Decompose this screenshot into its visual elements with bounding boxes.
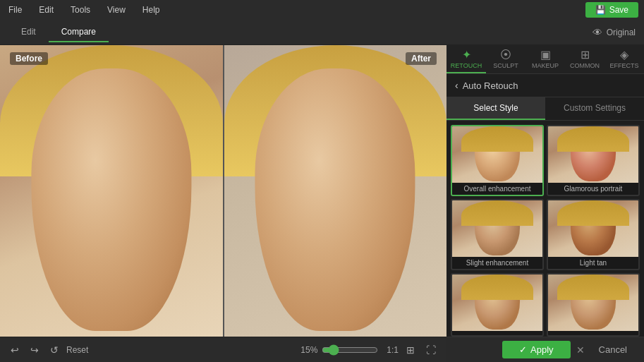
common-label: COMMON: [570, 62, 600, 69]
back-header[interactable]: ‹ Auto Retouch: [446, 74, 644, 97]
thumb-portrait-glamour: [548, 126, 638, 183]
original-label: Original: [607, 28, 636, 37]
tool-tabs: ✦ RETOUCH ⦿ SCULPT ▣ MAKEUP ⊞ COMMON ◈: [446, 45, 644, 74]
eye-icon: 👁: [593, 27, 602, 38]
menu-file[interactable]: File: [6, 2, 25, 18]
menu-bar: File Edit Tools View Help 💾 Save: [0, 0, 644, 20]
tab-makeup[interactable]: ▣ MAKEUP: [525, 45, 565, 73]
thumb-portrait-overall: [452, 126, 542, 183]
after-image: [224, 45, 447, 337]
sub-tab-custom-settings[interactable]: Custom Settings: [545, 97, 644, 120]
tab-common[interactable]: ⊞ COMMON: [565, 45, 604, 73]
tab-effects[interactable]: ◈ EFFECTS: [604, 45, 644, 73]
thumb-portrait-6: [548, 274, 638, 331]
style-label-overall: Overall enhancement: [452, 183, 542, 195]
sculpt-label: SCULPT: [493, 62, 518, 69]
check-icon: ✓: [519, 344, 527, 355]
style-thumb-6: [548, 274, 638, 331]
after-label: After: [406, 52, 437, 65]
style-label-slight: Slight enhancement: [452, 257, 542, 269]
save-icon: 💾: [595, 5, 606, 15]
reset-label: Reset: [66, 345, 88, 355]
thumb-portrait-tan: [548, 200, 638, 257]
effects-icon: ◈: [620, 49, 628, 61]
style-thumb-tan: [548, 200, 638, 257]
reset-button[interactable]: ↺: [47, 342, 62, 358]
apply-label: Apply: [530, 344, 554, 355]
cancel-button[interactable]: Cancel: [590, 341, 636, 358]
style-item-glamour[interactable]: Glamorous portrait: [547, 125, 640, 196]
retouch-icon: ✦: [462, 49, 471, 61]
apply-button[interactable]: ✓ Apply: [502, 341, 571, 358]
content-row: Before After ↩ ↪: [0, 45, 644, 362]
bottom-bar: ↩ ↪ ↺ Reset 15% 1:1 ⊞ ⛶: [0, 337, 446, 362]
style-label-glamour: Glamorous portrait: [548, 183, 638, 195]
before-image: [0, 45, 223, 337]
style-thumb-5: [452, 274, 542, 331]
thumb-portrait-5: [452, 274, 542, 331]
save-label: Save: [609, 5, 628, 15]
zoom-slider[interactable]: [322, 344, 378, 356]
back-label: Auto Retouch: [463, 80, 518, 91]
common-icon: ⊞: [581, 49, 590, 61]
menu-items: File Edit Tools View Help: [6, 2, 163, 18]
sub-tab-select-style[interactable]: Select Style: [446, 97, 545, 120]
menu-help[interactable]: Help: [140, 2, 163, 18]
style-label-tan: Light tan: [548, 257, 638, 269]
before-label: Before: [10, 52, 48, 65]
zoom-value: 15%: [300, 345, 317, 355]
menu-tools[interactable]: Tools: [68, 2, 93, 18]
x-button[interactable]: ✕: [576, 344, 585, 356]
style-grid: Overall enhancement Glamorous portrait: [446, 121, 644, 337]
save-button[interactable]: 💾 Save: [585, 2, 638, 18]
sculpt-icon: ⦿: [500, 49, 511, 61]
retouch-label: RETOUCH: [451, 62, 482, 69]
style-label-6: [548, 331, 638, 335]
redo-button[interactable]: ↪: [27, 342, 42, 358]
thumb-portrait-slight: [452, 200, 542, 257]
makeup-icon: ▣: [540, 49, 551, 61]
tab-sculpt[interactable]: ⦿ SCULPT: [486, 45, 525, 73]
after-panel: After: [223, 45, 447, 337]
panel-content: ‹ Auto Retouch Select Style Custom Setti…: [446, 74, 644, 337]
style-item-overall[interactable]: Overall enhancement: [451, 125, 544, 196]
sub-tabs: Select Style Custom Settings: [446, 97, 644, 121]
fit-button[interactable]: ⊞: [403, 342, 418, 358]
fullscreen-button[interactable]: ⛶: [423, 342, 439, 358]
style-thumb-glamour: [548, 126, 638, 183]
canvas-area: Before After: [0, 45, 446, 337]
style-item-5[interactable]: [451, 273, 544, 337]
style-thumb-overall: [452, 126, 542, 183]
tab-retouch[interactable]: ✦ RETOUCH: [446, 45, 486, 73]
tab-compare[interactable]: Compare: [49, 23, 109, 42]
right-panel: ✦ RETOUCH ⦿ SCULPT ▣ MAKEUP ⊞ COMMON ◈: [446, 45, 644, 362]
left-content: Before After ↩ ↪: [0, 45, 446, 362]
app: File Edit Tools View Help 💾 Save Edit Co…: [0, 0, 644, 362]
style-label-5: [452, 331, 542, 335]
portrait-face-after: [255, 68, 415, 331]
tab-edit[interactable]: Edit: [8, 23, 49, 42]
back-arrow-icon: ‹: [455, 80, 458, 91]
edit-compare-bar: Edit Compare 👁 Original: [0, 20, 644, 45]
before-panel: Before: [0, 45, 223, 337]
zoom-ratio: 1:1: [387, 345, 399, 355]
style-item-slight[interactable]: Slight enhancement: [451, 199, 544, 270]
menu-edit[interactable]: Edit: [36, 2, 56, 18]
makeup-label: MAKEUP: [532, 62, 559, 69]
undo-button[interactable]: ↩: [7, 342, 23, 358]
style-thumb-slight: [452, 200, 542, 257]
original-button[interactable]: 👁 Original: [593, 27, 636, 38]
menu-view[interactable]: View: [104, 2, 128, 18]
style-item-6[interactable]: [547, 273, 640, 337]
style-item-tan[interactable]: Light tan: [547, 199, 640, 270]
action-bar: ✓ Apply ✕ Cancel: [446, 337, 644, 362]
effects-label: EFFECTS: [609, 62, 638, 69]
portrait-face-before: [31, 68, 191, 331]
